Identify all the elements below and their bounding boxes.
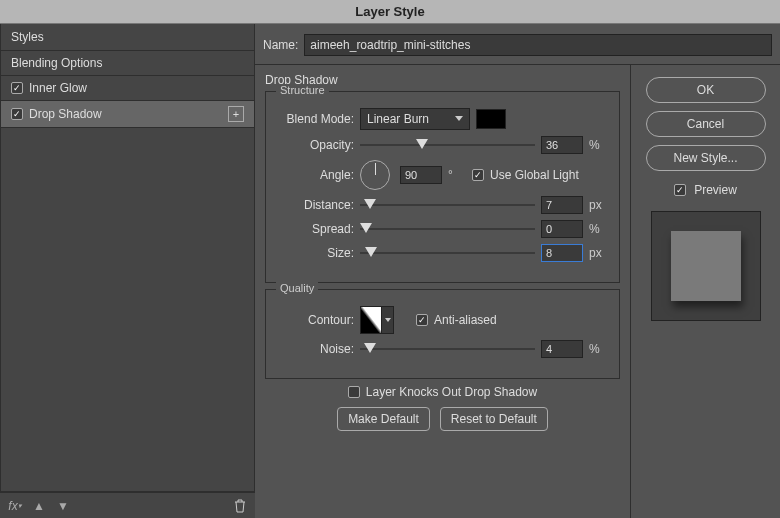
- new-style-button[interactable]: New Style...: [646, 145, 766, 171]
- settings-panel: Drop Shadow Structure Blend Mode: Linear…: [255, 65, 630, 518]
- add-effect-icon[interactable]: +: [228, 106, 244, 122]
- contour-picker[interactable]: [360, 306, 394, 334]
- opacity-unit: %: [589, 138, 607, 152]
- knockout-label: Layer Knocks Out Drop Shadow: [366, 385, 537, 399]
- distance-slider[interactable]: [360, 197, 535, 213]
- style-item-drop-shadow[interactable]: Drop Shadow +: [1, 101, 254, 128]
- shadow-color-swatch[interactable]: [476, 109, 506, 129]
- move-down-icon[interactable]: ▼: [56, 499, 70, 513]
- checkbox-icon[interactable]: [11, 108, 23, 120]
- distance-unit: px: [589, 198, 607, 212]
- spread-slider[interactable]: [360, 221, 535, 237]
- antialiased-label: Anti-aliased: [434, 313, 497, 327]
- global-light-checkbox[interactable]: [472, 169, 484, 181]
- name-input[interactable]: [304, 34, 772, 56]
- opacity-input[interactable]: [541, 136, 583, 154]
- antialiased-checkbox[interactable]: [416, 314, 428, 326]
- styles-footer: fx▾ ▲ ▼: [0, 492, 255, 518]
- spread-label: Spread:: [278, 222, 354, 236]
- window-title: Layer Style: [0, 0, 780, 24]
- right-column: OK Cancel New Style... Preview: [630, 65, 780, 518]
- preview-label: Preview: [694, 183, 737, 197]
- blend-mode-label: Blend Mode:: [278, 112, 354, 126]
- preview-thumbnail: [651, 211, 761, 321]
- styles-header[interactable]: Styles: [1, 24, 254, 51]
- noise-label: Noise:: [278, 342, 354, 356]
- noise-slider[interactable]: [360, 341, 535, 357]
- angle-unit: °: [448, 168, 466, 182]
- quality-group: Quality Contour: Anti-aliased Noise: %: [265, 289, 620, 379]
- angle-dial[interactable]: [360, 160, 390, 190]
- spread-unit: %: [589, 222, 607, 236]
- knockout-checkbox[interactable]: [348, 386, 360, 398]
- reset-default-button[interactable]: Reset to Default: [440, 407, 548, 431]
- left-column: Styles Blending Options Inner Glow Drop …: [0, 24, 255, 518]
- name-bar: Name:: [255, 24, 780, 65]
- angle-input[interactable]: [400, 166, 442, 184]
- style-item-inner-glow[interactable]: Inner Glow: [1, 76, 254, 101]
- distance-input[interactable]: [541, 196, 583, 214]
- noise-input[interactable]: [541, 340, 583, 358]
- distance-label: Distance:: [278, 198, 354, 212]
- structure-legend: Structure: [276, 84, 329, 96]
- style-item-label: Inner Glow: [29, 81, 87, 95]
- spread-input[interactable]: [541, 220, 583, 238]
- trash-icon[interactable]: [233, 499, 247, 513]
- cancel-button[interactable]: Cancel: [646, 111, 766, 137]
- make-default-button[interactable]: Make Default: [337, 407, 430, 431]
- preview-checkbox[interactable]: [674, 184, 686, 196]
- size-label: Size:: [278, 246, 354, 260]
- size-input[interactable]: [541, 244, 583, 262]
- size-unit: px: [589, 246, 607, 260]
- style-item-label: Drop Shadow: [29, 107, 102, 121]
- structure-group: Structure Blend Mode: Linear Burn Opacit…: [265, 91, 620, 283]
- global-light-label: Use Global Light: [490, 168, 579, 182]
- move-up-icon[interactable]: ▲: [32, 499, 46, 513]
- style-item-label: Blending Options: [11, 56, 102, 70]
- blend-mode-select[interactable]: Linear Burn: [360, 108, 470, 130]
- angle-label: Angle:: [278, 168, 354, 182]
- quality-legend: Quality: [276, 282, 318, 294]
- style-item-blending-options[interactable]: Blending Options: [1, 51, 254, 76]
- styles-list: Styles Blending Options Inner Glow Drop …: [0, 24, 255, 492]
- opacity-label: Opacity:: [278, 138, 354, 152]
- checkbox-icon[interactable]: [11, 82, 23, 94]
- noise-unit: %: [589, 342, 607, 356]
- ok-button[interactable]: OK: [646, 77, 766, 103]
- name-label: Name:: [263, 38, 298, 52]
- contour-label: Contour:: [278, 313, 354, 327]
- fx-icon[interactable]: fx▾: [8, 499, 22, 513]
- opacity-slider[interactable]: [360, 137, 535, 153]
- size-slider[interactable]: [360, 245, 535, 261]
